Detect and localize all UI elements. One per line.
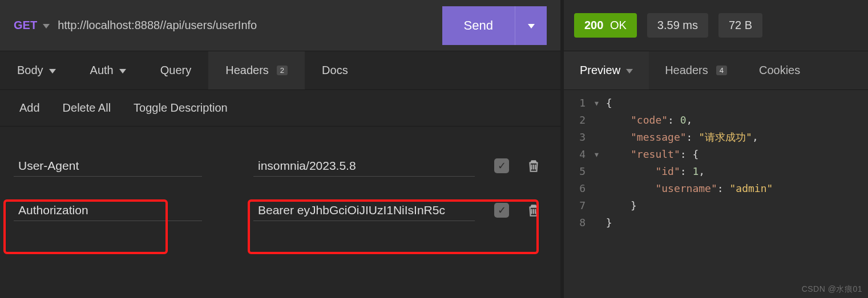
watermark: CSDN @水痕01 [802,284,862,295]
tab-label: Headers [225,64,269,77]
response-body[interactable]: 1▾ {2 "code": 0,3 "message": "请求成功",4▾ "… [564,90,868,231]
tab-docs[interactable]: Docs [305,51,365,89]
header-value-input[interactable]: Bearer eyJhbGciOiJIUzI1NiIsInR5c [253,200,475,221]
header-enabled-checkbox[interactable]: ✓ [494,158,509,173]
request-pane: GET Send Body Auth Query [0,0,560,298]
send-dropdown[interactable] [515,6,547,45]
status-text: OK [610,19,627,31]
chevron-down-icon [626,69,633,74]
url-bar: GET Send [0,0,560,51]
header-value-input[interactable]: insomnia/2023.5.8 [253,156,475,177]
header-key-input[interactable]: User-Agent [14,156,202,177]
tab-label: Body [17,64,43,77]
headers-count-badge: 4 [716,66,727,75]
tab-query[interactable]: Query [143,51,208,89]
chevron-down-icon [119,69,126,74]
tab-label: Headers [665,64,708,77]
response-status-bar: 200 OK 3.59 ms 72 B [564,0,868,51]
table-row: Authorization Bearer eyJhbGciOiJIUzI1NiI… [14,188,547,232]
send-button-group: Send [442,6,547,45]
headers-list: User-Agent insomnia/2023.5.8 ✓ Authoriza… [0,126,560,232]
tab-label: Docs [322,64,348,77]
chevron-down-icon [528,24,535,28]
time-badge: 3.59 ms [647,13,708,38]
toggle-description-button[interactable]: Toggle Description [134,101,228,115]
tab-label: Query [160,64,191,77]
header-enabled-checkbox[interactable]: ✓ [494,203,509,218]
tab-label: Preview [580,64,620,77]
send-button[interactable]: Send [442,6,515,45]
status-badge: 200 OK [574,13,637,38]
size-badge: 72 B [718,13,762,38]
response-tabs: Preview Headers 4 Cookies [564,51,868,90]
delete-all-button[interactable]: Delete All [63,101,111,115]
tab-response-headers[interactable]: Headers 4 [649,51,743,89]
status-code: 200 [584,19,603,31]
tab-headers[interactable]: Headers 2 [208,51,305,89]
tab-cookies[interactable]: Cookies [743,51,816,89]
method-label: GET [14,19,37,32]
tab-body[interactable]: Body [0,51,73,89]
method-select[interactable]: GET [14,19,50,32]
tab-label: Cookies [759,64,800,77]
table-row: User-Agent insomnia/2023.5.8 ✓ [14,144,547,188]
tab-preview[interactable]: Preview [564,51,649,89]
url-input[interactable] [58,19,434,32]
tab-label: Auth [90,64,114,77]
trash-icon[interactable] [526,158,541,173]
response-pane: 200 OK 3.59 ms 72 B Preview Headers 4 Co… [560,0,868,298]
add-button[interactable]: Add [19,101,40,115]
header-key-input[interactable]: Authorization [14,200,202,221]
tab-auth[interactable]: Auth [73,51,143,89]
chevron-down-icon [43,24,50,28]
request-tabs: Body Auth Query Headers 2 Docs [0,51,560,90]
headers-toolbar: Add Delete All Toggle Description [0,90,560,126]
chevron-down-icon [49,69,56,74]
headers-count-badge: 2 [277,66,288,75]
trash-icon[interactable] [526,203,541,218]
